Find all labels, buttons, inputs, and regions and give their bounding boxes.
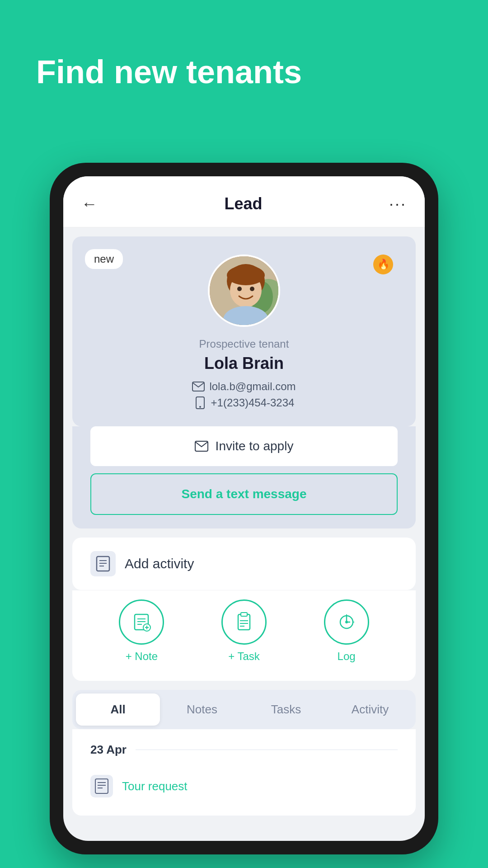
- more-options-button[interactable]: ···: [389, 194, 407, 213]
- svg-point-35: [345, 621, 348, 623]
- tabs-section: All Notes Tasks Activity: [72, 690, 416, 729]
- invite-to-apply-button[interactable]: Invite to apply: [90, 426, 398, 466]
- add-activity-section: Add activity: [72, 538, 416, 590]
- profile-email-row: lola.b@gmail.com: [90, 380, 398, 393]
- timeline-item-icon: [90, 775, 113, 797]
- send-text-message-button[interactable]: Send a text message: [90, 473, 398, 515]
- add-note-circle: [119, 599, 164, 645]
- profile-phone: +1(233)454-3234: [211, 396, 295, 409]
- profile-card: new: [72, 236, 416, 426]
- add-activity-label: Add activity: [125, 556, 194, 571]
- profile-role-label: Prospective tenant: [90, 338, 398, 350]
- email-icon: [192, 380, 205, 393]
- log-item[interactable]: Log: [324, 599, 369, 663]
- profile-phone-row: +1(233)454-3234: [90, 396, 398, 409]
- activity-section-icon: [90, 551, 116, 576]
- page-title: Find new tenants: [0, 0, 488, 117]
- timeline-item-label: Tour request: [122, 779, 188, 793]
- add-task-label: + Task: [228, 650, 260, 663]
- svg-point-5: [227, 265, 265, 285]
- tab-activity[interactable]: Activity: [328, 693, 412, 726]
- svg-rect-25: [238, 614, 250, 630]
- profile-email: lola.b@gmail.com: [209, 380, 296, 393]
- avatar-container: 🔥: [90, 255, 398, 327]
- phone-frame: ← Lead ··· new: [50, 163, 438, 854]
- phone-screen: ← Lead ··· new: [63, 176, 425, 841]
- tab-notes[interactable]: Notes: [160, 693, 244, 726]
- add-note-label: + Note: [126, 650, 158, 663]
- add-note-item[interactable]: + Note: [119, 599, 164, 663]
- log-circle: [324, 599, 369, 645]
- header: ← Lead ···: [63, 176, 425, 227]
- timeline-date-label: 23 Apr: [90, 743, 127, 757]
- add-task-item[interactable]: + Task: [221, 599, 267, 663]
- svg-rect-36: [95, 779, 108, 793]
- timeline-section: 23 Apr Tour request: [72, 729, 416, 816]
- send-text-message-label: Send a text message: [181, 487, 306, 501]
- tab-tasks[interactable]: Tasks: [244, 693, 328, 726]
- add-task-circle: [221, 599, 267, 645]
- action-buttons: Invite to apply Send a text message: [72, 426, 416, 528]
- svg-rect-26: [241, 613, 247, 616]
- profile-name: Lola Brain: [90, 354, 398, 373]
- timeline-item[interactable]: Tour request: [90, 766, 398, 807]
- screen-title: Lead: [224, 194, 262, 213]
- avatar: [208, 255, 280, 327]
- phone-icon: [194, 396, 206, 409]
- svg-point-12: [199, 406, 201, 408]
- svg-point-7: [250, 287, 254, 291]
- activity-actions: + Note + Task: [72, 590, 416, 681]
- svg-rect-9: [230, 308, 262, 327]
- back-button[interactable]: ←: [81, 194, 98, 213]
- tab-all[interactable]: All: [76, 693, 160, 726]
- log-label: Log: [338, 650, 356, 663]
- invite-to-apply-label: Invite to apply: [216, 439, 294, 453]
- svg-point-6: [237, 287, 242, 291]
- timeline-date-line: [136, 750, 398, 750]
- hot-badge: 🔥: [373, 255, 393, 274]
- timeline-date-row: 23 Apr: [90, 743, 398, 757]
